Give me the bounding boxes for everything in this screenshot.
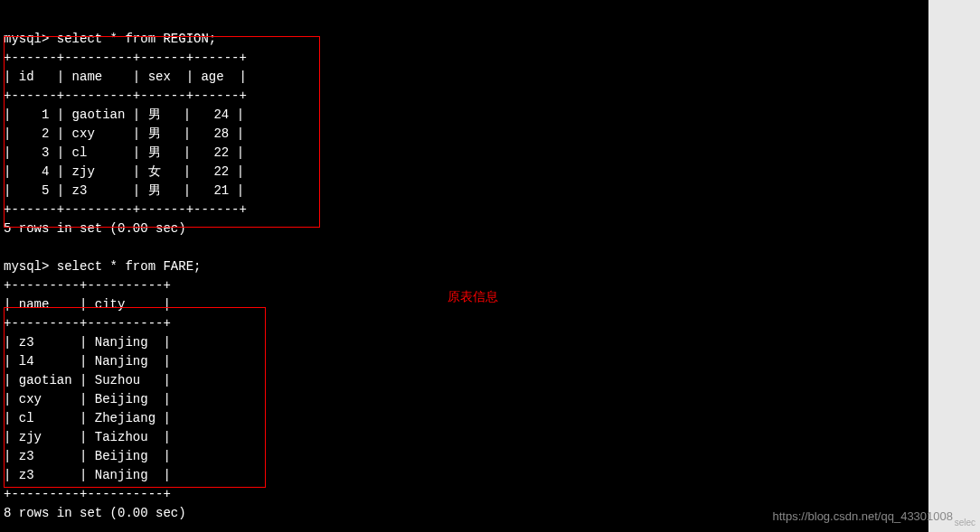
table-row: | z3 | Beijing | — [4, 449, 171, 463]
table-row: | z3 | Nanjing | — [4, 468, 171, 482]
table-row: | 5 | z3 | 男 | 21 | — [4, 183, 244, 198]
right-panel — [928, 0, 980, 532]
table-border: +------+---------+------+------+ — [4, 51, 247, 65]
annotation-label: 原表信息 — [448, 289, 498, 305]
table-row: | gaotian | Suzhou | — [4, 373, 171, 387]
terminal-output: mysql> select * from REGION; +------+---… — [0, 0, 928, 532]
table-row: | cl | Zhejiang | — [4, 411, 171, 425]
result-line: 5 rows in set (0.00 sec) — [4, 221, 186, 236]
table-row: | l4 | Nanjing | — [4, 354, 171, 369]
table-row: | 3 | cl | 男 | 22 | — [4, 145, 244, 160]
table-border: +---------+----------+ — [4, 316, 171, 331]
result-line: 8 rows in set (0.00 sec) — [4, 506, 186, 520]
table-header: | id | name | sex | age | — [4, 70, 247, 84]
table-border: +------+---------+------+------+ — [4, 202, 247, 217]
table-row: | 4 | zjy | 女 | 22 | — [4, 164, 244, 179]
watermark-text: https://blog.csdn.net/qq_43301008 — [773, 509, 954, 523]
table-row: | 2 | cxy | 男 | 28 | — [4, 126, 244, 141]
mysql-prompt: mysql> select * from REGION; — [4, 32, 216, 46]
table-border: +------+---------+------+------+ — [4, 89, 247, 103]
table-row: | zjy | Taizhou | — [4, 430, 171, 444]
table-border: +---------+----------+ — [4, 278, 171, 293]
table-row: | z3 | Nanjing | — [4, 335, 171, 350]
table-header: | name | city | — [4, 297, 171, 312]
corner-label: selec — [955, 518, 975, 527]
table-row: | cxy | Beijing | — [4, 392, 171, 406]
mysql-prompt: mysql> select * from FARE; — [4, 259, 201, 274]
table-row: | 1 | gaotian | 男 | 24 | — [4, 107, 244, 122]
table-border: +---------+----------+ — [4, 487, 171, 501]
